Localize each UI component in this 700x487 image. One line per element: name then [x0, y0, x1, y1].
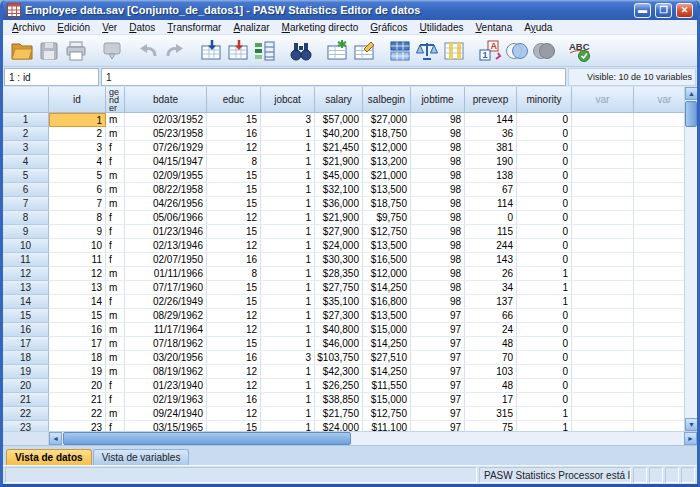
toolbar-recall-dialogs-button[interactable] — [98, 37, 125, 64]
toolbar-use-variable-sets-button[interactable] — [503, 37, 530, 64]
cell-jobtime[interactable]: 98 — [411, 141, 465, 155]
cell-var1[interactable] — [572, 421, 634, 431]
menu-ayuda[interactable]: Ayuda — [518, 21, 558, 34]
cell-jobtime[interactable]: 97 — [411, 351, 465, 365]
cell-jobcat[interactable]: 1 — [261, 141, 315, 155]
scroll-right-arrow[interactable]: ► — [684, 432, 697, 445]
cell-id[interactable]: 5 — [49, 169, 106, 183]
toolbar-select-cases-button[interactable] — [440, 37, 467, 64]
row-header[interactable]: 5 — [3, 169, 49, 183]
cell-jobcat[interactable]: 1 — [261, 225, 315, 239]
row-header[interactable]: 4 — [3, 155, 49, 169]
cell-minority[interactable]: 0 — [517, 183, 572, 197]
cell-bdate[interactable]: 02/19/1963 — [125, 393, 207, 407]
cell-salbegin[interactable]: $27,510 — [363, 351, 411, 365]
cell-var2[interactable] — [634, 253, 684, 267]
cell-salbegin[interactable]: $9,750 — [363, 211, 411, 225]
cell-jobcat[interactable]: 1 — [261, 197, 315, 211]
cell-salary[interactable]: $27,900 — [315, 225, 363, 239]
row-header[interactable]: 6 — [3, 183, 49, 197]
row-header[interactable]: 14 — [3, 295, 49, 309]
cell-var1[interactable] — [572, 155, 634, 169]
toolbar-variables-button[interactable] — [251, 37, 278, 64]
cell-minority[interactable]: 0 — [517, 225, 572, 239]
cell-educ[interactable]: 16 — [207, 393, 261, 407]
cell-educ[interactable]: 15 — [207, 225, 261, 239]
cell-bdate[interactable]: 04/15/1947 — [125, 155, 207, 169]
cell-prevexp[interactable]: 36 — [465, 127, 517, 141]
cell-var2[interactable] — [634, 239, 684, 253]
cell-var2[interactable] — [634, 225, 684, 239]
cell-var2[interactable] — [634, 337, 684, 351]
cell-jobcat[interactable]: 1 — [261, 183, 315, 197]
cell-gender[interactable]: f — [106, 155, 125, 169]
column-header-salary[interactable]: salary — [315, 87, 363, 113]
row-header[interactable]: 9 — [3, 225, 49, 239]
cell-jobtime[interactable]: 98 — [411, 197, 465, 211]
toolbar-value-labels-button[interactable]: A1 — [476, 37, 503, 64]
cell-minority[interactable]: 0 — [517, 323, 572, 337]
column-header-salbegin[interactable]: salbegin — [363, 87, 411, 113]
cell-gender[interactable]: m — [106, 365, 125, 379]
menu-marketing-directo[interactable]: Marketing directo — [276, 21, 365, 34]
row-header[interactable]: 18 — [3, 351, 49, 365]
cell-salary[interactable]: $46,000 — [315, 337, 363, 351]
cell-bdate[interactable]: 08/19/1962 — [125, 365, 207, 379]
cell-minority[interactable]: 0 — [517, 169, 572, 183]
cell-bdate[interactable]: 02/07/1950 — [125, 253, 207, 267]
cell-id[interactable]: 20 — [49, 379, 106, 393]
maximize-button[interactable]: ❒ — [655, 3, 672, 18]
cell-salary[interactable]: $40,200 — [315, 127, 363, 141]
cell-id[interactable]: 17 — [49, 337, 106, 351]
cell-educ[interactable]: 12 — [207, 379, 261, 393]
horizontal-scroll-thumb[interactable] — [63, 432, 351, 445]
cell-bdate[interactable]: 01/23/1946 — [125, 225, 207, 239]
cell-var1[interactable] — [572, 309, 634, 323]
cell-var2[interactable] — [634, 183, 684, 197]
cell-id[interactable]: 9 — [49, 225, 106, 239]
cell-jobtime[interactable]: 98 — [411, 127, 465, 141]
toolbar-insert-cases-button[interactable] — [323, 37, 350, 64]
cell-bdate[interactable]: 05/23/1958 — [125, 127, 207, 141]
close-button[interactable]: ✕ — [676, 3, 693, 18]
cell-var2[interactable] — [634, 393, 684, 407]
cell-minority[interactable]: 0 — [517, 113, 572, 127]
cell-jobcat[interactable]: 1 — [261, 379, 315, 393]
cell-gender[interactable]: m — [106, 323, 125, 337]
cell-educ[interactable]: 15 — [207, 295, 261, 309]
cell-prevexp[interactable]: 138 — [465, 169, 517, 183]
menu-datos[interactable]: Datos — [123, 21, 161, 34]
cell-var1[interactable] — [572, 295, 634, 309]
cell-var2[interactable] — [634, 351, 684, 365]
cell-gender[interactable]: f — [106, 379, 125, 393]
toolbar-weight-cases-button[interactable] — [413, 37, 440, 64]
cell-educ[interactable]: 12 — [207, 323, 261, 337]
cell-minority[interactable]: 1 — [517, 295, 572, 309]
cell-id[interactable]: 3 — [49, 141, 106, 155]
cell-prevexp[interactable]: 103 — [465, 365, 517, 379]
cell-salary[interactable]: $21,900 — [315, 211, 363, 225]
cell-jobtime[interactable]: 98 — [411, 211, 465, 225]
cell-prevexp[interactable]: 190 — [465, 155, 517, 169]
row-header[interactable]: 3 — [3, 141, 49, 155]
menu-utilidades[interactable]: Utilidades — [414, 21, 470, 34]
cell-jobcat[interactable]: 3 — [261, 113, 315, 127]
cell-bdate[interactable]: 08/29/1962 — [125, 309, 207, 323]
cell-prevexp[interactable]: 144 — [465, 113, 517, 127]
cell-id[interactable]: 2 — [49, 127, 106, 141]
column-header-bdate[interactable]: bdate — [125, 87, 207, 113]
cell-salbegin[interactable]: $13,500 — [363, 309, 411, 323]
cell-prevexp[interactable]: 66 — [465, 309, 517, 323]
cell-prevexp[interactable]: 17 — [465, 393, 517, 407]
cell-prevexp[interactable]: 143 — [465, 253, 517, 267]
cell-jobtime[interactable]: 98 — [411, 281, 465, 295]
cell-salary[interactable]: $103,750 — [315, 351, 363, 365]
cell-prevexp[interactable]: 70 — [465, 351, 517, 365]
cell-id[interactable]: 12 — [49, 267, 106, 281]
cell-var2[interactable] — [634, 323, 684, 337]
cell-prevexp[interactable]: 34 — [465, 281, 517, 295]
cell-var1[interactable] — [572, 197, 634, 211]
cell-salbegin[interactable]: $18,750 — [363, 127, 411, 141]
minimize-button[interactable]: ▬ — [634, 3, 651, 18]
row-header[interactable]: 2 — [3, 127, 49, 141]
